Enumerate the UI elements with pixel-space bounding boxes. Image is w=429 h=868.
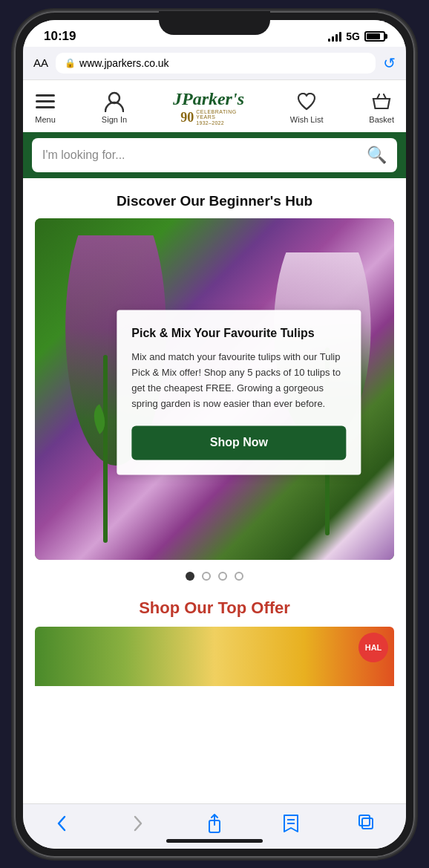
browser-bar: AA 🔒 www.jparkers.co.uk ↻ xyxy=(23,47,406,80)
svg-rect-2 xyxy=(36,106,55,108)
promo-title: Pick & Mix Your Favourite Tulips xyxy=(131,326,346,342)
url-text: www.jparkers.co.uk xyxy=(79,57,169,69)
carousel-dot-3[interactable] xyxy=(218,572,227,581)
website-content: Menu Sign In JParker's xyxy=(23,80,406,803)
logo-sub-area: 90 CELEBRATING YEARS 1932–2022 xyxy=(180,109,236,126)
logo-celebrating: CELEBRATING xyxy=(196,109,236,115)
stem-left xyxy=(103,355,108,543)
site-logo[interactable]: JParker's 90 CELEBRATING YEARS 1932–2022 xyxy=(173,89,244,126)
heart-icon xyxy=(296,91,317,112)
logo-year-range: 1932–2022 xyxy=(196,120,236,126)
signin-label: Sign In xyxy=(102,115,127,124)
basket-icon xyxy=(371,91,392,112)
logo-years-range: YEARS xyxy=(196,114,236,120)
search-input-wrap[interactable]: I'm looking for... 🔍 xyxy=(32,138,397,172)
svg-rect-1 xyxy=(36,100,55,102)
signal-bars-icon xyxy=(328,31,341,42)
back-button[interactable] xyxy=(45,810,78,837)
search-bar: I'm looking for... 🔍 xyxy=(23,132,406,178)
bookmarks-button[interactable] xyxy=(275,810,307,837)
svg-rect-7 xyxy=(362,818,373,829)
lock-icon: 🔒 xyxy=(65,58,76,68)
status-icons: 5G xyxy=(328,30,385,42)
basket-nav-item[interactable]: Basket xyxy=(369,91,394,124)
status-time: 10:19 xyxy=(44,29,76,44)
promo-card: Pick & Mix Your Favourite Tulips Mix and… xyxy=(117,310,361,474)
signin-nav-item[interactable]: Sign In xyxy=(102,91,127,124)
menu-label: Menu xyxy=(35,115,56,124)
promo-description: Mix and match your favourite tulips with… xyxy=(131,350,346,412)
battery-icon xyxy=(364,31,385,42)
carousel-dot-1[interactable] xyxy=(186,572,194,581)
menu-nav-item[interactable]: Menu xyxy=(35,91,56,124)
top-offer-title: Shop Our Top Offer xyxy=(35,598,394,618)
browser-aa-button[interactable]: AA xyxy=(33,56,48,69)
network-type: 5G xyxy=(346,30,360,42)
wishlist-label: Wish List xyxy=(290,115,324,124)
menu-icon xyxy=(35,91,56,112)
tabs-button[interactable] xyxy=(351,810,384,837)
carousel-dot-4[interactable] xyxy=(235,572,243,581)
basket-label: Basket xyxy=(369,115,394,124)
search-input[interactable]: I'm looking for... xyxy=(42,149,367,162)
carousel-dot-2[interactable] xyxy=(202,572,211,581)
hero-carousel[interactable]: Pick & Mix Your Favourite Tulips Mix and… xyxy=(35,218,394,560)
forward-button[interactable] xyxy=(122,810,154,837)
offer-image-preview[interactable]: HAL xyxy=(35,627,394,686)
logo-years: 90 xyxy=(180,110,194,125)
section-title: Discover Our Beginner's Hub xyxy=(23,178,406,218)
sale-badge: HAL xyxy=(358,633,388,662)
svg-rect-8 xyxy=(359,815,370,826)
browser-url-bar[interactable]: 🔒 www.jparkers.co.uk xyxy=(56,53,376,74)
top-offer-section: Shop Our Top Offer HAL xyxy=(23,587,406,686)
wishlist-nav-item[interactable]: Wish List xyxy=(290,91,324,124)
svg-rect-0 xyxy=(36,94,55,97)
top-nav: Menu Sign In JParker's xyxy=(23,80,406,132)
refresh-button[interactable]: ↻ xyxy=(383,54,396,72)
logo-text: JParker's xyxy=(173,89,244,109)
shop-now-button[interactable]: Shop Now xyxy=(131,425,346,460)
home-indicator xyxy=(166,839,263,843)
search-icon[interactable]: 🔍 xyxy=(367,146,387,165)
carousel-dots xyxy=(23,560,406,587)
share-button[interactable] xyxy=(198,810,231,837)
user-icon xyxy=(104,91,125,112)
